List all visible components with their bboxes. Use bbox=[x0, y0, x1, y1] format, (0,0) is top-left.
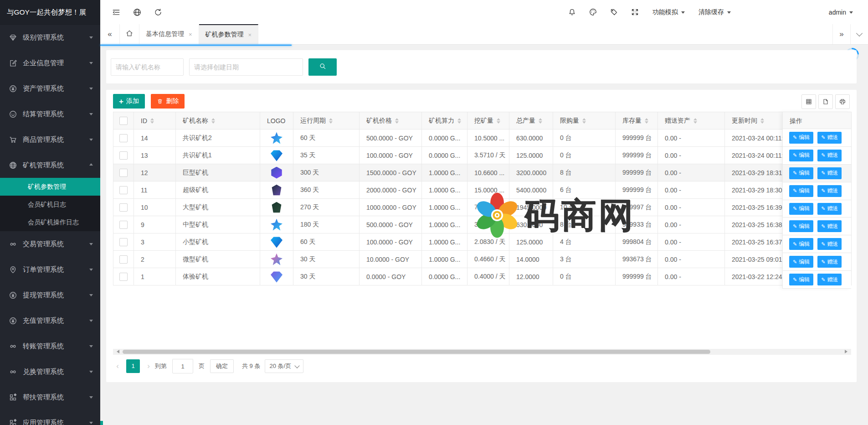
sidebar-item-11[interactable]: 兑换管理系统 bbox=[0, 359, 100, 384]
navbar-menu-1[interactable]: 清除缓存 bbox=[692, 0, 738, 24]
gift-button[interactable]: ✎赠送 bbox=[817, 132, 842, 144]
print-icon-button[interactable] bbox=[835, 94, 850, 109]
chevron-down-icon bbox=[89, 243, 93, 247]
sort-icon[interactable] bbox=[582, 116, 586, 125]
gift-button[interactable]: ✎赠送 bbox=[817, 274, 842, 285]
tabs-scroll-right-button[interactable]: » bbox=[832, 24, 850, 44]
pencil-icon: ✎ bbox=[793, 277, 797, 283]
page-size-value: 20 条/页 bbox=[269, 362, 291, 370]
edit-button[interactable]: ✎编辑 bbox=[789, 274, 813, 285]
sidebar-scrollbar-thumb[interactable] bbox=[100, 421, 103, 425]
site-globe-icon-button[interactable] bbox=[127, 0, 148, 24]
gift-button[interactable]: ✎赠送 bbox=[817, 150, 842, 161]
gift-button[interactable]: ✎赠送 bbox=[817, 220, 842, 232]
refresh-icon-button[interactable] bbox=[148, 0, 169, 24]
tab-1[interactable]: 矿机参数管理× bbox=[199, 24, 259, 44]
edit-button[interactable]: ✎编辑 bbox=[789, 220, 813, 232]
gift-button[interactable]: ✎赠送 bbox=[817, 238, 842, 250]
sidebar-item-10[interactable]: 转账管理系统 bbox=[0, 333, 100, 359]
row-checkbox[interactable] bbox=[119, 169, 128, 177]
tag-icon-button[interactable] bbox=[604, 0, 625, 24]
edit-button[interactable]: ✎编辑 bbox=[789, 185, 813, 197]
sidebar-item-8[interactable]: 提现管理系统 bbox=[0, 282, 100, 308]
sidebar-item-7[interactable]: 订单管理系统 bbox=[0, 257, 100, 282]
sort-icon[interactable] bbox=[329, 116, 333, 125]
sort-icon[interactable] bbox=[497, 116, 500, 125]
row-checkbox[interactable] bbox=[119, 186, 128, 194]
sidebar-subitem-0[interactable]: 矿机参数管理 bbox=[0, 178, 100, 196]
select-all-checkbox[interactable] bbox=[119, 117, 128, 125]
bell-icon-button[interactable] bbox=[562, 0, 583, 24]
sort-icon[interactable] bbox=[693, 116, 697, 125]
sort-icon[interactable] bbox=[150, 116, 154, 125]
sidebar-item-13[interactable]: 应用管理系统 bbox=[0, 410, 100, 425]
sort-icon[interactable] bbox=[395, 116, 399, 125]
tab-home-button[interactable] bbox=[120, 24, 139, 44]
pencil-icon: ✎ bbox=[821, 223, 825, 229]
sidebar-item-0[interactable]: 级别管理系统 bbox=[0, 25, 100, 50]
edit-button[interactable]: ✎编辑 bbox=[789, 132, 813, 144]
edit-button[interactable]: ✎编辑 bbox=[789, 203, 813, 215]
tab-close-icon[interactable]: × bbox=[189, 31, 192, 38]
cell-logo bbox=[260, 268, 293, 285]
fullscreen-icon-button[interactable] bbox=[625, 0, 646, 24]
pagination-prev-button[interactable]: ‹ bbox=[113, 362, 122, 371]
edit-button[interactable]: ✎编辑 bbox=[789, 256, 813, 268]
tab-close-icon[interactable]: × bbox=[248, 31, 252, 38]
scrollbar-thumb[interactable] bbox=[123, 350, 710, 354]
sidebar-item-1[interactable]: 企业信息管理 bbox=[0, 50, 100, 76]
export-icon-button[interactable] bbox=[818, 94, 833, 109]
scroll-left-arrow-icon[interactable] bbox=[115, 350, 119, 353]
sidebar-item-4[interactable]: 商品管理系统 bbox=[0, 127, 100, 152]
sort-icon[interactable] bbox=[457, 116, 461, 125]
grid-icon-button[interactable] bbox=[801, 94, 816, 109]
create-date-input[interactable] bbox=[189, 58, 303, 76]
sort-icon[interactable] bbox=[645, 116, 648, 125]
sidebar-item-9[interactable]: 充值管理系统 bbox=[0, 308, 100, 333]
page-jump-input[interactable] bbox=[172, 359, 193, 373]
page-jump-confirm-button[interactable]: 确定 bbox=[210, 359, 234, 373]
sidebar-item-5[interactable]: 矿机管理系统 bbox=[0, 152, 100, 178]
gift-button[interactable]: ✎赠送 bbox=[817, 167, 842, 179]
row-checkbox[interactable] bbox=[119, 255, 128, 264]
palette-icon-button[interactable] bbox=[583, 0, 604, 24]
sidebar-subitem-2[interactable]: 会员矿机操作日志 bbox=[0, 213, 100, 231]
add-button[interactable]: +添加 bbox=[113, 94, 145, 109]
sidebar-item-6[interactable]: 交易管理系统 bbox=[0, 231, 100, 257]
menu-fold-icon-button[interactable] bbox=[106, 0, 127, 24]
gift-button[interactable]: ✎赠送 bbox=[817, 185, 842, 197]
scroll-right-arrow-icon[interactable] bbox=[845, 350, 849, 353]
row-checkbox[interactable] bbox=[119, 238, 128, 246]
sort-icon[interactable] bbox=[760, 116, 764, 125]
row-checkbox[interactable] bbox=[119, 273, 128, 281]
pagination-current-page[interactable]: 1 bbox=[126, 359, 140, 373]
page-size-select[interactable]: 20 条/页 bbox=[265, 359, 303, 373]
row-checkbox[interactable] bbox=[119, 203, 128, 212]
edit-button[interactable]: ✎编辑 bbox=[789, 150, 813, 161]
tab-operations-dropdown[interactable] bbox=[850, 24, 868, 44]
miner-logo bbox=[271, 254, 282, 265]
navbar-menu-0[interactable]: 功能模拟 bbox=[646, 0, 692, 24]
sidebar-item-2[interactable]: 资产管理系统 bbox=[0, 76, 100, 101]
navbar-menu-admin[interactable]: admin bbox=[822, 0, 860, 24]
horizontal-scrollbar[interactable] bbox=[113, 349, 851, 355]
tabs-scroll-left-button[interactable]: « bbox=[100, 24, 120, 44]
sort-icon[interactable] bbox=[539, 116, 542, 125]
row-checkbox[interactable] bbox=[119, 221, 128, 229]
gift-button[interactable]: ✎赠送 bbox=[817, 256, 842, 268]
row-checkbox[interactable] bbox=[119, 151, 128, 160]
sort-icon[interactable] bbox=[211, 116, 215, 125]
sidebar-subitem-1[interactable]: 会员矿机日志 bbox=[0, 196, 100, 213]
pagination-next-button[interactable]: › bbox=[144, 362, 153, 371]
search-button[interactable] bbox=[308, 58, 337, 76]
miner-name-input[interactable] bbox=[111, 58, 184, 76]
delete-button[interactable]: 删除 bbox=[151, 94, 185, 109]
tab-0[interactable]: 基本信息管理× bbox=[139, 24, 199, 44]
gift-button[interactable]: ✎赠送 bbox=[817, 203, 842, 215]
row-checkbox[interactable] bbox=[119, 134, 128, 142]
app-logo: 与GOY一起共创梦想！展 bbox=[0, 0, 100, 25]
edit-button[interactable]: ✎编辑 bbox=[789, 238, 813, 250]
edit-button[interactable]: ✎编辑 bbox=[789, 167, 813, 179]
sidebar-item-12[interactable]: 帮扶管理系统 bbox=[0, 384, 100, 410]
sidebar-item-3[interactable]: 结算管理系统 bbox=[0, 101, 100, 127]
